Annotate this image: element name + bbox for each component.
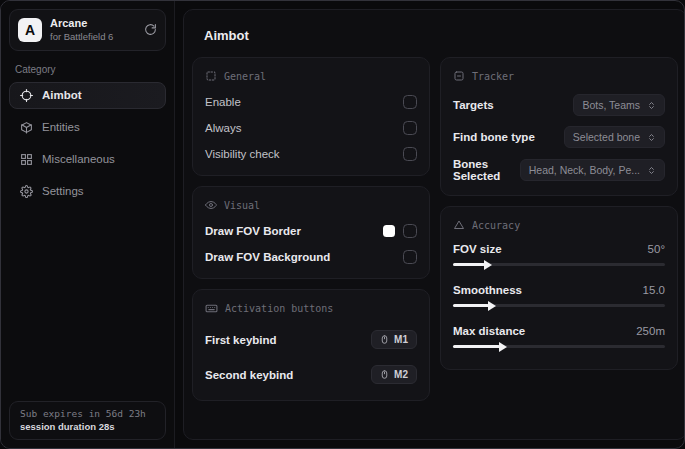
max-distance-value: 250m	[636, 325, 665, 337]
card-title: Tracker	[472, 71, 514, 82]
smoothness-slider[interactable]	[453, 304, 665, 307]
setting-row-find-bone-type: Find bone type Selected bone	[453, 121, 665, 153]
slider-fill	[453, 345, 500, 348]
page-title: Aimbot	[204, 28, 678, 43]
slider-thumb[interactable]	[488, 301, 496, 311]
unfold-icon	[647, 132, 656, 143]
setting-label: Max distance	[453, 325, 525, 337]
app-identity: Arcane for Battlefield 6	[50, 17, 113, 43]
mouse-icon	[380, 369, 389, 380]
card-title: Accuracy	[472, 220, 520, 231]
tracker-card: Tracker Targets Bots, Teams	[440, 57, 678, 196]
tracker-card-header: Tracker	[453, 70, 665, 82]
unfold-icon	[647, 165, 656, 176]
gear-icon	[20, 185, 33, 198]
keybind-value: M2	[394, 369, 408, 380]
slider-fill	[453, 304, 489, 307]
sidebar-item-label: Settings	[42, 185, 84, 197]
subscription-info-card: Sub expires in 56d 23h session duration …	[9, 401, 166, 440]
setting-label: Smoothness	[453, 284, 522, 296]
max-distance-slider[interactable]	[453, 345, 665, 348]
sidebar-item-label: Miscellaneous	[42, 153, 115, 165]
setting-row-max-distance: Max distance 250m	[453, 320, 665, 361]
second-keybind-button[interactable]: M2	[371, 365, 417, 384]
fov-border-color-swatch[interactable]	[383, 225, 395, 237]
select-value: Selected bone	[573, 131, 640, 143]
unfold-icon	[647, 100, 656, 111]
slider-thumb[interactable]	[499, 342, 507, 352]
session-duration-text: session duration 28s	[20, 421, 155, 432]
sidebar-item-entities[interactable]: Entities	[9, 114, 166, 141]
targets-select[interactable]: Bots, Teams	[573, 94, 665, 116]
slider-fill	[453, 263, 485, 266]
setting-row-fov-size: FOV size 50°	[453, 238, 665, 279]
bones-selected-select[interactable]: Head, Neck, Body, Pe...	[520, 159, 665, 181]
enable-checkbox[interactable]	[403, 95, 417, 109]
accuracy-card: Accuracy FOV size 50°	[440, 206, 678, 370]
entities-icon	[20, 121, 33, 134]
frame-minus-icon	[453, 70, 465, 82]
first-keybind-button[interactable]: M1	[371, 330, 417, 349]
category-label: Category	[15, 64, 160, 75]
setting-label: First keybind	[205, 334, 277, 346]
setting-label: Visibility check	[205, 148, 280, 160]
scan-icon	[205, 70, 217, 82]
app-window: A Arcane for Battlefield 6 Category Aimb…	[0, 0, 685, 449]
right-column: Tracker Targets Bots, Teams	[440, 57, 678, 370]
setting-row-targets: Targets Bots, Teams	[453, 89, 665, 121]
setting-label: Second keybind	[205, 369, 293, 381]
setting-label: Enable	[205, 96, 241, 108]
draw-fov-border-checkbox[interactable]	[403, 224, 417, 238]
find-bone-type-select[interactable]: Selected bone	[564, 126, 665, 148]
sidebar-item-aimbot[interactable]: Aimbot	[9, 82, 166, 109]
setting-label: Targets	[453, 99, 494, 111]
content-columns: General Enable Always Visibility check	[192, 57, 678, 401]
always-checkbox[interactable]	[403, 121, 417, 135]
keyboard-icon	[205, 302, 218, 315]
visual-card: Visual Draw FOV Border Draw FOV Backgrou…	[192, 186, 430, 279]
setting-label: Bones Selected	[453, 158, 520, 182]
eye-icon	[205, 199, 217, 211]
app-logo-card: A Arcane for Battlefield 6	[9, 9, 166, 51]
setting-row-draw-fov-background: Draw FOV Background	[205, 244, 417, 270]
setting-label: Draw FOV Border	[205, 225, 301, 237]
app-title: Arcane	[50, 17, 113, 31]
card-title: Activation buttons	[225, 303, 333, 314]
general-card: General Enable Always Visibility check	[192, 57, 430, 176]
sidebar-item-miscellaneous[interactable]: Miscellaneous	[9, 146, 166, 173]
setting-label: Find bone type	[453, 131, 535, 143]
card-title: General	[224, 71, 266, 82]
sidebar-item-label: Aimbot	[42, 89, 82, 101]
sidebar-item-settings[interactable]: Settings	[9, 178, 166, 205]
select-value: Head, Neck, Body, Pe...	[529, 164, 640, 176]
fov-border-controls	[383, 224, 417, 238]
main-panel: Aimbot General Enable	[183, 9, 685, 440]
sub-expires-text: Sub expires in 56d 23h	[20, 408, 155, 419]
sidebar-item-label: Entities	[42, 121, 80, 133]
accuracy-card-header: Accuracy	[453, 219, 665, 231]
fov-size-header: FOV size 50°	[453, 243, 665, 255]
grid-icon	[20, 153, 33, 166]
smoothness-header: Smoothness 15.0	[453, 284, 665, 296]
setting-row-enable: Enable	[205, 89, 417, 115]
setting-row-first-keybind: First keybind M1	[205, 322, 417, 357]
visibility-check-checkbox[interactable]	[403, 147, 417, 161]
visual-card-header: Visual	[205, 199, 417, 211]
app-subtitle: for Battlefield 6	[50, 31, 113, 43]
setting-row-smoothness: Smoothness 15.0	[453, 279, 665, 320]
fov-size-value: 50°	[648, 243, 665, 255]
setting-row-draw-fov-border: Draw FOV Border	[205, 218, 417, 244]
crosshair-icon	[20, 89, 33, 102]
left-column: General Enable Always Visibility check	[192, 57, 430, 401]
select-value: Bots, Teams	[582, 99, 640, 111]
activation-card-header: Activation buttons	[205, 302, 417, 315]
refresh-icon[interactable]	[144, 23, 157, 36]
setting-row-visibility-check: Visibility check	[205, 141, 417, 167]
app-logo: A	[18, 18, 42, 42]
slider-thumb[interactable]	[484, 260, 492, 270]
draw-fov-background-checkbox[interactable]	[403, 250, 417, 264]
fov-size-slider[interactable]	[453, 263, 665, 266]
setting-row-bones-selected: Bones Selected Head, Neck, Body, Pe...	[453, 153, 665, 187]
activation-buttons-card: Activation buttons First keybind M1	[192, 289, 430, 401]
setting-label: Always	[205, 122, 241, 134]
